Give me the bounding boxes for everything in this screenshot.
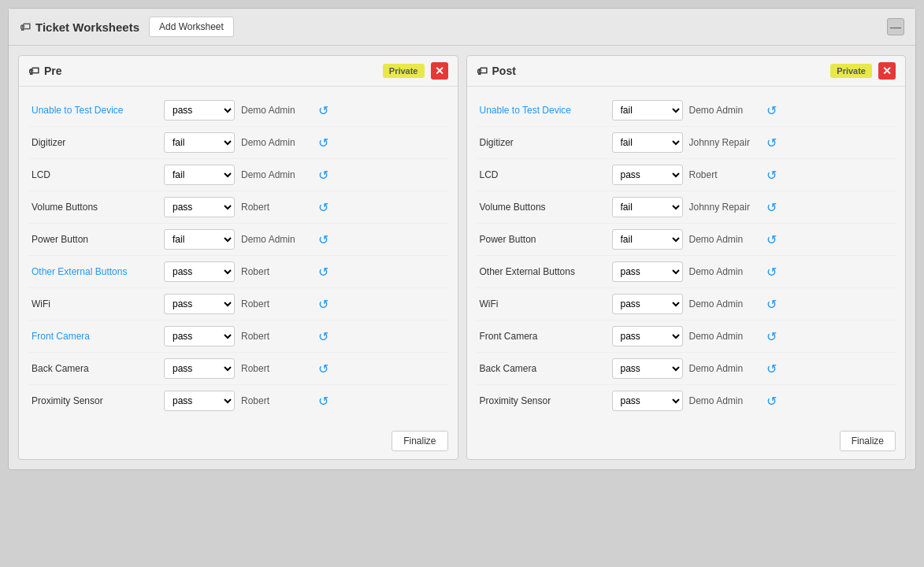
row-reset-icon-post-4[interactable]: ↺ — [766, 232, 782, 247]
row-reset-icon-pre-0[interactable]: ↺ — [318, 103, 334, 118]
table-row: Volume Buttonspassfailn/aJohnny Repair↺ — [477, 191, 896, 224]
row-user-post-8: Demo Admin — [689, 363, 760, 374]
worksheets-area: 🏷 Pre Private ✕ Unable to Test Devicepas… — [9, 46, 915, 469]
row-user-post-6: Demo Admin — [689, 298, 760, 309]
worksheet-pre-header: 🏷 Pre Private ✕ — [19, 56, 458, 87]
row-reset-icon-post-5[interactable]: ↺ — [766, 265, 782, 280]
row-user-pre-3: Robert — [241, 202, 312, 213]
close-button-pre[interactable]: ✕ — [431, 62, 448, 80]
row-select-post-5[interactable]: passfailn/a — [612, 261, 683, 282]
row-user-pre-8: Robert — [241, 363, 312, 374]
table-row: Digitizerpassfailn/aDemo Admin↺ — [28, 127, 448, 159]
row-reset-icon-pre-4[interactable]: ↺ — [318, 232, 334, 247]
row-user-post-3: Johnny Repair — [689, 202, 760, 213]
row-user-pre-6: Robert — [241, 298, 312, 309]
table-row: Front Camerapassfailn/aDemo Admin↺ — [477, 321, 896, 353]
row-select-post-3[interactable]: passfailn/a — [612, 197, 683, 217]
row-select-post-4[interactable]: passfailn/a — [612, 229, 683, 250]
minimize-button[interactable]: — — [887, 18, 904, 35]
row-reset-icon-post-2[interactable]: ↺ — [766, 168, 782, 183]
private-badge-post: Private — [830, 64, 872, 78]
row-label-pre-7[interactable]: Front Camera — [32, 331, 158, 342]
worksheet-pre-body: Unable to Test Devicepassfailn/aDemo Adm… — [19, 87, 458, 424]
worksheet-pre-title: 🏷 Pre — [28, 65, 377, 77]
row-reset-icon-pre-2[interactable]: ↺ — [318, 168, 334, 183]
row-user-post-9: Demo Admin — [689, 395, 760, 406]
row-label-post-1: Digitizer — [480, 137, 606, 148]
row-reset-icon-pre-8[interactable]: ↺ — [318, 361, 334, 376]
table-row: Digitizerpassfailn/aJohnny Repair↺ — [477, 127, 896, 159]
row-user-post-0: Demo Admin — [689, 105, 760, 116]
row-reset-icon-post-0[interactable]: ↺ — [766, 103, 782, 118]
worksheet-post-body: Unable to Test Devicepassfailn/aDemo Adm… — [467, 87, 906, 424]
row-select-post-6[interactable]: passfailn/a — [612, 294, 683, 314]
table-row: Other External Buttonspassfailn/aDemo Ad… — [477, 256, 896, 288]
row-user-pre-4: Demo Admin — [241, 234, 312, 245]
close-button-post[interactable]: ✕ — [878, 62, 896, 80]
worksheet-title-text: Pre — [44, 65, 62, 77]
row-select-pre-6[interactable]: passfailn/a — [164, 294, 235, 314]
table-row: WiFipassfailn/aDemo Admin↺ — [477, 288, 896, 321]
worksheet-tag-icon: 🏷 — [477, 65, 488, 77]
tag-icon: 🏷 — [20, 20, 31, 33]
row-label-pre-6: WiFi — [32, 298, 158, 309]
row-reset-icon-pre-9[interactable]: ↺ — [318, 394, 334, 409]
row-reset-icon-pre-6[interactable]: ↺ — [318, 297, 334, 312]
row-reset-icon-post-8[interactable]: ↺ — [766, 361, 782, 376]
row-user-post-5: Demo Admin — [689, 266, 760, 277]
row-select-post-2[interactable]: passfailn/a — [612, 165, 683, 185]
row-user-pre-5: Robert — [241, 266, 312, 277]
row-reset-icon-pre-5[interactable]: ↺ — [318, 265, 334, 280]
row-select-pre-2[interactable]: passfailn/a — [164, 165, 235, 185]
worksheet-title-text: Post — [492, 65, 516, 77]
row-select-post-9[interactable]: passfailn/a — [612, 391, 683, 411]
row-label-pre-5[interactable]: Other External Buttons — [32, 266, 158, 277]
row-reset-icon-pre-3[interactable]: ↺ — [318, 200, 334, 215]
row-select-pre-8[interactable]: passfailn/a — [164, 358, 235, 379]
finalize-button-post[interactable]: Finalize — [840, 431, 896, 451]
row-user-pre-1: Demo Admin — [241, 137, 312, 148]
row-reset-icon-post-7[interactable]: ↺ — [766, 329, 782, 344]
row-reset-icon-post-9[interactable]: ↺ — [766, 394, 782, 409]
row-select-pre-4[interactable]: passfailn/a — [164, 229, 235, 250]
row-select-pre-7[interactable]: passfailn/a — [164, 326, 235, 346]
row-select-post-7[interactable]: passfailn/a — [612, 326, 683, 346]
row-label-pre-1: Digitizer — [32, 137, 158, 148]
row-label-post-0[interactable]: Unable to Test Device — [480, 105, 606, 116]
finalize-button-pre[interactable]: Finalize — [391, 431, 447, 451]
table-row: WiFipassfailn/aRobert↺ — [28, 288, 448, 321]
ticket-worksheets-container: 🏷 Ticket Worksheets Add Worksheet — 🏷 Pr… — [8, 8, 916, 470]
row-select-post-8[interactable]: passfailn/a — [612, 358, 683, 379]
table-row: Proximity Sensorpassfailn/aRobert↺ — [28, 385, 448, 417]
row-reset-icon-post-3[interactable]: ↺ — [766, 200, 782, 215]
row-label-pre-0[interactable]: Unable to Test Device — [32, 105, 158, 116]
table-row: Back Camerapassfailn/aDemo Admin↺ — [477, 353, 896, 385]
row-select-pre-0[interactable]: passfailn/a — [164, 100, 235, 120]
table-row: Proximity Sensorpassfailn/aDemo Admin↺ — [477, 385, 896, 417]
worksheet-pre: 🏷 Pre Private ✕ Unable to Test Devicepas… — [18, 55, 458, 460]
row-select-pre-3[interactable]: passfailn/a — [164, 197, 235, 217]
table-row: Power Buttonpassfailn/aDemo Admin↺ — [28, 224, 448, 256]
row-label-post-5: Other External Buttons — [480, 266, 606, 277]
row-label-post-6: WiFi — [480, 298, 606, 309]
row-select-pre-1[interactable]: passfailn/a — [164, 132, 235, 153]
add-worksheet-button[interactable]: Add Worksheet — [149, 17, 234, 37]
row-label-pre-4: Power Button — [32, 234, 158, 245]
row-select-post-1[interactable]: passfailn/a — [612, 132, 683, 153]
row-user-pre-7: Robert — [241, 331, 312, 342]
row-label-post-4: Power Button — [480, 234, 606, 245]
row-reset-icon-pre-1[interactable]: ↺ — [318, 135, 334, 150]
table-row: LCDpassfailn/aRobert↺ — [477, 159, 896, 191]
row-select-post-0[interactable]: passfailn/a — [612, 100, 683, 120]
row-reset-icon-pre-7[interactable]: ↺ — [318, 329, 334, 344]
table-row: Other External Buttonspassfailn/aRobert↺ — [28, 256, 448, 288]
table-row: Front Camerapassfailn/aRobert↺ — [28, 321, 448, 353]
row-select-pre-5[interactable]: passfailn/a — [164, 261, 235, 282]
header-bar: 🏷 Ticket Worksheets Add Worksheet — — [9, 9, 915, 46]
row-select-pre-9[interactable]: passfailn/a — [164, 391, 235, 411]
row-reset-icon-post-6[interactable]: ↺ — [766, 297, 782, 312]
row-reset-icon-post-1[interactable]: ↺ — [766, 135, 782, 150]
row-user-post-4: Demo Admin — [689, 234, 760, 245]
header-title-text: Ticket Worksheets — [35, 20, 139, 34]
table-row: Unable to Test Devicepassfailn/aDemo Adm… — [28, 94, 448, 127]
